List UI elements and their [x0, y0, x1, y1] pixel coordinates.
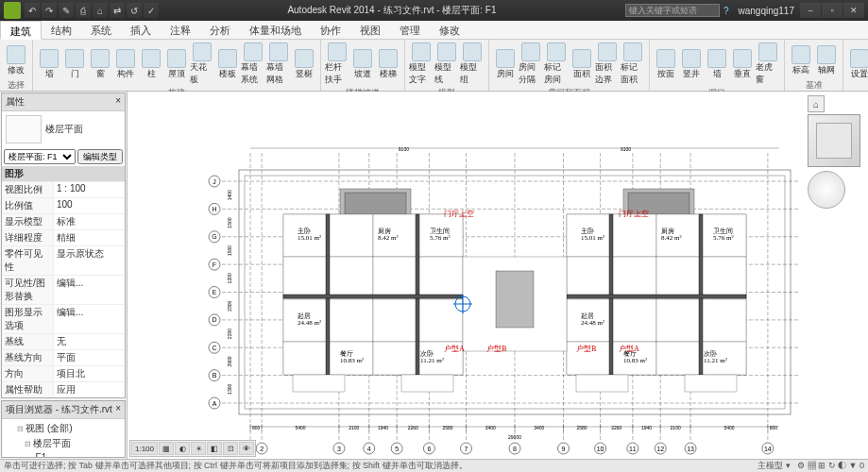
ribbon-button[interactable]: 模型组 — [460, 42, 485, 87]
help-icon[interactable]: ? — [723, 6, 729, 16]
view-cube[interactable] — [808, 114, 860, 167]
nav-wheel-icon[interactable] — [808, 171, 845, 209]
svg-text:1500: 1500 — [227, 245, 232, 256]
close-icon[interactable]: × — [115, 95, 121, 109]
crop-icon[interactable]: ⊡ — [223, 442, 238, 455]
svg-rect-140 — [283, 295, 463, 298]
property-row[interactable]: 零件可见性显示原状态 — [2, 245, 125, 275]
ribbon-button[interactable]: 门 — [62, 42, 87, 87]
ribbon-button[interactable]: 房间 — [493, 42, 518, 87]
ribbon-button[interactable]: 楼板 — [215, 42, 240, 87]
ribbon-button[interactable]: 幕墙网格 — [266, 42, 291, 87]
qat-button[interactable]: ⇄ — [110, 3, 125, 18]
ribbon-button[interactable]: 修改 — [4, 42, 28, 79]
ribbon-button[interactable]: 柱 — [139, 42, 163, 87]
qat-button[interactable]: ✓ — [144, 3, 159, 18]
property-row[interactable]: 可见性/图形替换编辑... — [2, 275, 125, 304]
ribbon-button[interactable]: 楼梯 — [376, 42, 400, 87]
svg-rect-174 — [612, 299, 656, 342]
close-button[interactable]: ✕ — [843, 3, 864, 18]
property-row[interactable]: 显示模型标准 — [2, 213, 125, 229]
tree-root[interactable]: 视图 (全部) — [4, 421, 123, 436]
svg-rect-199 — [496, 271, 534, 328]
ribbon-button[interactable]: 竖梃 — [292, 42, 316, 87]
tab-管理[interactable]: 管理 — [390, 21, 430, 39]
tab-分析[interactable]: 分析 — [200, 21, 240, 39]
qat-button[interactable]: ✎ — [59, 3, 74, 18]
property-row[interactable]: 图形显示选项编辑... — [2, 304, 125, 333]
ribbon-button[interactable]: 垂直 — [730, 42, 755, 87]
app-menu-icon[interactable] — [4, 2, 21, 19]
svg-text:2100: 2100 — [349, 425, 359, 430]
maximize-button[interactable]: ▫ — [822, 3, 842, 18]
tab-视图[interactable]: 视图 — [350, 21, 390, 39]
edit-type-button[interactable]: 编辑类型 — [77, 149, 123, 164]
search-box[interactable]: 键入关键字或短语 — [625, 4, 720, 17]
property-row[interactable]: 基线方向平面 — [2, 349, 125, 365]
drawing-canvas[interactable]: 1800254003210041940522606258073400834009… — [128, 92, 868, 459]
minimize-button[interactable]: – — [800, 3, 821, 18]
ribbon-button[interactable]: 设置 — [847, 42, 868, 87]
ribbon-button[interactable]: 窗 — [88, 42, 112, 87]
tree-leaf[interactable]: F1 — [4, 451, 123, 458]
hide-icon[interactable]: 👁 — [239, 442, 254, 455]
tab-体量和场地[interactable]: 体量和场地 — [240, 21, 311, 39]
ribbon-button[interactable]: 墙 — [705, 42, 729, 87]
qat-button[interactable]: ↶ — [25, 3, 40, 18]
svg-text:15.01 m²: 15.01 m² — [298, 234, 321, 242]
tab-结构[interactable]: 结构 — [42, 21, 81, 39]
ribbon-button[interactable]: 栏杆扶手 — [325, 42, 349, 87]
shadow-icon[interactable]: ◧ — [207, 442, 222, 455]
property-row[interactable]: 详细程度精细 — [2, 229, 125, 245]
qat-button[interactable]: ↷ — [42, 3, 57, 18]
property-row[interactable]: 基线无 — [2, 333, 125, 349]
ribbon-button[interactable]: 老虎窗 — [756, 42, 780, 87]
user-name[interactable]: wangqing117 — [739, 6, 795, 16]
sun-icon[interactable]: ☀ — [191, 442, 206, 455]
ribbon-button[interactable]: 标记面积 — [621, 42, 645, 87]
ribbon-button[interactable]: 模型线 — [434, 42, 459, 87]
svg-text:13: 13 — [687, 446, 694, 452]
scale-button[interactable]: 1:100 — [131, 442, 158, 455]
home-icon[interactable]: ⌂ — [808, 95, 825, 112]
type-name[interactable]: 楼层平面 — [45, 123, 83, 136]
ribbon-button[interactable]: 房间分隔 — [519, 42, 543, 87]
qat-button[interactable]: ⎙ — [76, 3, 91, 18]
tab-注释[interactable]: 注释 — [161, 21, 200, 39]
ribbon-button[interactable]: 屋顶 — [164, 42, 189, 87]
ribbon-button[interactable]: 标高 — [789, 42, 813, 79]
ribbon-button[interactable]: 面积 — [570, 42, 594, 87]
qat-button[interactable]: ⌂ — [93, 3, 108, 18]
property-row[interactable]: 比例值100 — [2, 197, 125, 213]
svg-text:12: 12 — [656, 446, 664, 452]
ribbon-button[interactable]: 竖井 — [679, 42, 704, 87]
tab-修改[interactable]: 修改 — [430, 21, 469, 39]
ribbon-button[interactable]: 幕墙系统 — [241, 42, 265, 87]
ribbon-button[interactable]: 坡道 — [350, 42, 375, 87]
ribbon-button[interactable]: 天花板 — [190, 42, 214, 87]
property-row[interactable]: 属性帮助应用 — [2, 381, 125, 397]
tab-插入[interactable]: 插入 — [121, 21, 161, 39]
svg-rect-131 — [329, 299, 373, 342]
tab-协作[interactable]: 协作 — [311, 21, 350, 39]
close-icon[interactable]: × — [115, 403, 121, 416]
ribbon-button[interactable]: 按面 — [654, 42, 678, 87]
model-label[interactable]: 主模型 — [757, 461, 783, 470]
ribbon-button[interactable]: 墙 — [37, 42, 61, 87]
svg-text:1500: 1500 — [227, 217, 232, 228]
ribbon-button[interactable]: 标记房间 — [544, 42, 569, 87]
qat-button[interactable]: ↺ — [127, 3, 142, 18]
ribbon-button[interactable]: 模型文字 — [409, 42, 434, 87]
detail-icon[interactable]: ▦ — [159, 442, 174, 455]
svg-text:3400: 3400 — [534, 425, 544, 430]
tab-建筑[interactable]: 建筑 — [0, 21, 42, 40]
ribbon-button[interactable]: 面积边界 — [595, 42, 620, 87]
tree-group[interactable]: 楼层平面 — [4, 436, 123, 451]
visual-style-icon[interactable]: ◐ — [175, 442, 190, 455]
ribbon-button[interactable]: 构件 — [113, 42, 138, 87]
tab-系统[interactable]: 系统 — [81, 21, 121, 39]
type-selector[interactable]: 楼层平面: F1 — [4, 149, 76, 164]
property-row[interactable]: 视图比例1 : 100 — [2, 181, 125, 197]
ribbon-button[interactable]: 轴网 — [814, 42, 839, 79]
property-row[interactable]: 方向项目北 — [2, 365, 125, 381]
